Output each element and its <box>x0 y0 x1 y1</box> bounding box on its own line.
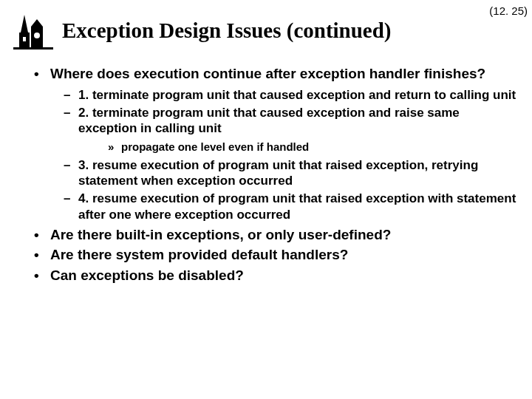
sub-bullet-text: 2. terminate program unit that caused ex… <box>78 106 460 136</box>
dash-icon: – <box>64 87 70 103</box>
svg-rect-6 <box>23 37 26 41</box>
bullet-text: Where does execution continue after exce… <box>50 66 485 81</box>
dash-icon: – <box>64 191 70 207</box>
bullet-item: Where does execution continue after exce… <box>34 65 517 223</box>
bullet-text: Are there system provided default handle… <box>50 247 348 262</box>
bullet-item: Are there system provided default handle… <box>34 246 517 264</box>
sub-bullet-text: 3. resume execution of program unit that… <box>78 158 478 188</box>
sub-bullet-item: – 3. resume execution of program unit th… <box>50 157 517 190</box>
subsub-bullet-text: propagate one level even if handled <box>121 140 309 153</box>
sub-bullet-text: 1. terminate program unit that caused ex… <box>78 88 516 102</box>
bullet-item: Are there built-in exceptions, or only u… <box>34 226 517 244</box>
slide-title: Exception Design Issues (continued) <box>62 18 392 43</box>
svg-marker-2 <box>21 15 28 33</box>
svg-rect-0 <box>13 47 53 50</box>
slide-header: Exception Design Issues (continued) <box>0 0 532 50</box>
sub-bullet-item: – 1. terminate program unit that caused … <box>50 87 517 103</box>
bullet-text: Are there built-in exceptions, or only u… <box>50 227 391 242</box>
dash-icon: – <box>64 157 70 174</box>
building-logo-icon <box>13 10 53 50</box>
page-number: (12. 25) <box>489 4 528 17</box>
sub-bullet-item: – 2. terminate program unit that caused … <box>50 105 517 154</box>
sub-bullet-item: – 4. resume execution of program unit th… <box>50 191 517 223</box>
dash-icon: – <box>64 105 70 121</box>
bullet-item: Can exceptions be disabled? <box>34 267 517 284</box>
svg-marker-4 <box>31 19 43 27</box>
subsub-bullet-item: » propagate one level even if handled <box>78 140 517 154</box>
svg-point-5 <box>34 33 40 38</box>
slide-content: Where does execution continue after exce… <box>0 50 532 284</box>
sub-bullet-text: 4. resume execution of program unit that… <box>78 191 516 222</box>
raquo-icon: » <box>108 140 114 154</box>
bullet-text: Can exceptions be disabled? <box>50 267 244 283</box>
